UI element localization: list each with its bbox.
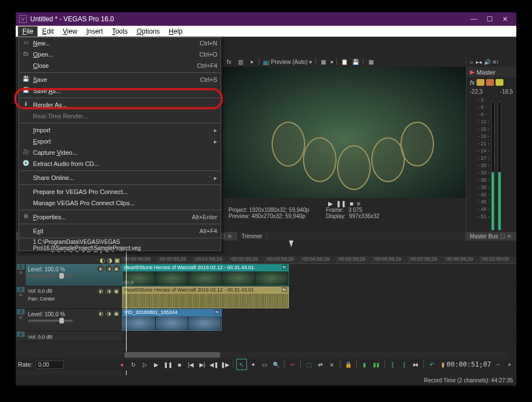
prev-frame-button[interactable]: ◀❚ xyxy=(209,359,218,369)
clip-fx-icon[interactable]: fx xyxy=(214,309,220,315)
horizontal-scrollbar[interactable] xyxy=(124,352,507,358)
menu-share-online[interactable]: Share Online...▸ xyxy=(19,172,221,183)
snap-button[interactable]: ⬚ xyxy=(304,359,313,369)
menu-help[interactable]: Help xyxy=(164,26,187,36)
menu-extract-audio[interactable]: 💿Extract Audio from CD... xyxy=(19,158,221,169)
menu-insert[interactable]: Insert xyxy=(82,26,108,36)
close-button[interactable]: ✕ xyxy=(497,13,513,25)
menu-options[interactable]: Options xyxy=(132,26,164,36)
stop-button[interactable]: ■ xyxy=(175,359,184,369)
play-start-button[interactable]: ▷ xyxy=(141,359,150,369)
next-frame-button[interactable]: ❚▶ xyxy=(221,359,230,369)
split-icon[interactable]: ▥ xyxy=(236,58,244,66)
copy-icon[interactable]: 📋 xyxy=(340,58,348,66)
transport-timecode[interactable]: 00:00:51;07 xyxy=(447,361,491,368)
menu-view[interactable]: View xyxy=(58,26,82,36)
menu-save-as[interactable]: 💾Save As... xyxy=(19,85,221,96)
menu-realtime-render[interactable]: Real-Time Render... xyxy=(19,110,221,122)
pause-button[interactable]: ❚❚ xyxy=(336,200,346,207)
cut-button[interactable]: ✂ xyxy=(288,359,297,369)
lock-button[interactable]: 🔒 xyxy=(344,359,353,369)
selection-tool[interactable]: ▭ xyxy=(260,359,269,369)
tab-trimmer[interactable]: Trimmer xyxy=(237,232,267,241)
go-end-button[interactable]: ▶| xyxy=(198,359,207,369)
zoom-tool[interactable]: 🔍 xyxy=(272,359,281,369)
master-play-icon[interactable]: ▸◂ xyxy=(476,59,482,65)
region-button[interactable]: ▮▮ xyxy=(371,359,380,369)
overlay-icon[interactable]: ▦ xyxy=(367,58,375,66)
master-fx-icon[interactable]: fx xyxy=(470,79,475,86)
maximize-button[interactable]: ☐ xyxy=(482,13,497,25)
master-solo-button[interactable] xyxy=(486,79,494,86)
record-button[interactable]: ● xyxy=(118,359,127,369)
trim-end-button[interactable]: ⟧ xyxy=(399,359,408,369)
save-snapshot-icon[interactable]: 💾 xyxy=(352,58,360,66)
menu-edit[interactable]: Edit xyxy=(38,26,58,36)
menu-close[interactable]: CloseCtrl+F4 xyxy=(19,60,221,71)
audio-clip[interactable]: HearthStone Heroes of Warcraft 2019.02.1… xyxy=(122,287,289,308)
master-output-icon[interactable]: ▶ xyxy=(470,68,474,76)
zoom-in-button[interactable]: + xyxy=(505,359,514,369)
menu-capture-video[interactable]: 🎥Capture Video... xyxy=(19,147,221,158)
camera-icon: 🎥 xyxy=(21,149,31,156)
track-header-3[interactable]: 3≡ ◐◑▣ Level: 100,0 % xyxy=(16,309,122,331)
master-prev-icon[interactable]: ☼ xyxy=(469,59,474,65)
auto-crossfade-button[interactable]: ⤨ xyxy=(327,359,336,369)
menu-properties[interactable]: ⚙Properties...Alt+Enter xyxy=(19,211,221,223)
preview-menu-button[interactable]: ≡ xyxy=(357,200,360,207)
master-speaker-icon[interactable]: 🔊 xyxy=(484,59,491,65)
track-header-4[interactable]: 4 Vol: 0,0 dB xyxy=(16,331,122,341)
menu-tools[interactable]: Tools xyxy=(108,26,132,36)
menu-render-as[interactable]: ⬇Render As... xyxy=(19,99,221,110)
fx-icon[interactable]: fx xyxy=(225,58,233,66)
tab-master-bus[interactable]: Master Bus☐ ✕ xyxy=(465,232,516,241)
menu-recent-file[interactable]: 1 C:\ProgramData\VEGAS\VEGAS Pro\16.0\Sa… xyxy=(19,239,221,251)
menu-open[interactable]: 🗀Open...Ctrl+O xyxy=(19,49,221,60)
pause-button[interactable]: ❚❚ xyxy=(164,359,172,369)
marker-button[interactable]: ▮ xyxy=(360,359,369,369)
track-icon[interactable]: ◑ xyxy=(107,257,113,264)
chevron-right-icon: ▸ xyxy=(214,138,217,145)
preview-mode[interactable]: 📺 Preview (Auto) ▾ xyxy=(263,59,312,65)
clip-fx-icon[interactable]: fx xyxy=(282,265,287,270)
menu-save[interactable]: 💾SaveCtrl+S xyxy=(19,74,221,85)
menu-prepare-connect[interactable]: Prepare for VEGAS Pro Connect... xyxy=(19,186,221,197)
zoom-out-button[interactable]: − xyxy=(493,359,502,369)
track-icon[interactable]: ▣ xyxy=(114,257,120,264)
go-start-button[interactable]: |◀ xyxy=(186,359,195,369)
menu-file[interactable]: File xyxy=(18,26,38,36)
envelope-tool[interactable]: ✦ xyxy=(249,359,258,369)
split-button[interactable]: ⧓ xyxy=(411,359,420,369)
menu-exit[interactable]: ExitAlt+F4 xyxy=(19,225,221,237)
track-header-1[interactable]: 1≡ ◐◑▣ Level: 100,0 % xyxy=(16,264,122,287)
grid-icon[interactable]: ▦ xyxy=(319,58,327,66)
video-clip[interactable]: HearthStone Heroes of Warcraft 2019.02.1… xyxy=(122,264,289,286)
auto-ripple-button[interactable]: ⇄ xyxy=(316,359,325,369)
menu-export[interactable]: Export▸ xyxy=(19,136,221,147)
play-button[interactable]: ▶ xyxy=(328,200,333,207)
track-icon[interactable]: ◐ xyxy=(100,257,105,264)
menu-import[interactable]: Import▸ xyxy=(19,124,221,136)
play-button[interactable]: ▶ xyxy=(152,359,161,369)
loop-button[interactable]: ↻ xyxy=(129,359,138,369)
minimize-button[interactable]: — xyxy=(466,13,482,25)
master-level-left: -22,3 xyxy=(470,89,483,95)
rate-input[interactable]: 0,00 xyxy=(36,361,64,369)
menu-manage-connect[interactable]: Manage VEGAS Pro Connect Clips... xyxy=(19,197,221,209)
level-slider[interactable] xyxy=(28,275,73,277)
master-insert-button[interactable] xyxy=(496,79,503,86)
undo-button[interactable]: ↶ xyxy=(427,359,436,369)
normal-edit-tool[interactable]: ↖ xyxy=(237,359,246,369)
video-clip[interactable]: VID_20180801_185244 fx xyxy=(122,309,222,331)
time-ruler[interactable]: 00:00:00;0000:00:59;2900:01:59;2900:02:5… xyxy=(122,256,516,264)
menu-new[interactable]: ▭New...Ctrl+N xyxy=(19,38,221,49)
track-header-2[interactable]: 2≡ ◐◑▣ Vol: 0,0 dB Pan: Center xyxy=(16,287,122,309)
master-dim-icon[interactable]: ≡↕ xyxy=(493,59,499,65)
trim-start-button[interactable]: ⟦ xyxy=(388,359,397,369)
clip-fx-icon[interactable]: fx xyxy=(282,287,287,292)
master-mute-button[interactable] xyxy=(477,79,484,86)
external-icon[interactable]: ▾ xyxy=(248,58,255,66)
list-icon[interactable]: ≡ xyxy=(19,270,22,275)
level-slider[interactable] xyxy=(28,320,73,322)
stop-button[interactable]: ■ xyxy=(349,200,353,207)
